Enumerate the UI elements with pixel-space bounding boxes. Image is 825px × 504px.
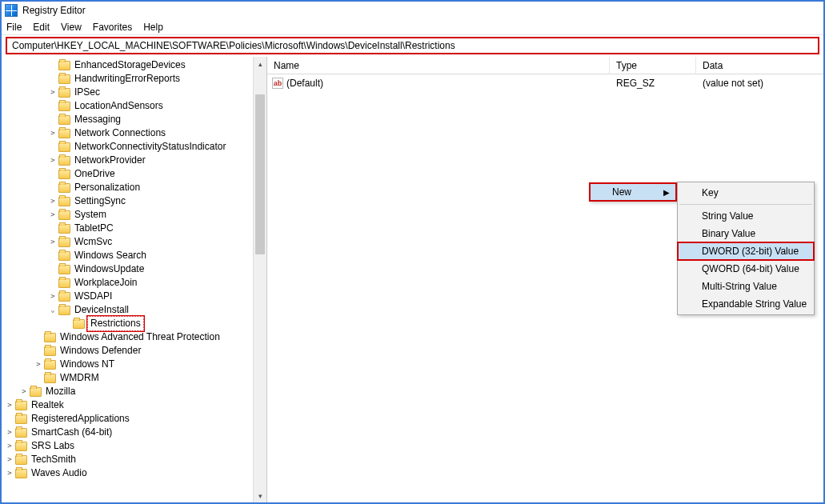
folder-icon (58, 61, 70, 70)
tree-item[interactable]: Windows Search (2, 249, 266, 262)
expand-icon[interactable]: > (5, 453, 14, 466)
tree-item-label: WindowsUpdate (73, 262, 146, 276)
tree-item[interactable]: Restrictions (2, 317, 266, 330)
tree-item[interactable]: >WcmSvc (2, 235, 266, 249)
tree-item[interactable]: NetworkConnectivityStatusIndicator (2, 140, 266, 154)
content: EnhancedStorageDevicesHandwritingErrorRe… (2, 57, 823, 502)
address-bar[interactable]: Computer\HKEY_LOCAL_MACHINE\SOFTWARE\Pol… (6, 38, 819, 54)
tree-item[interactable]: >Mozilla (2, 385, 266, 398)
expand-icon[interactable]: > (48, 86, 58, 99)
tree-item[interactable]: Windows Defender (2, 344, 266, 358)
folder-icon (58, 238, 70, 247)
col-name[interactable]: Name (267, 57, 610, 74)
expand-icon[interactable]: > (5, 439, 14, 453)
list-pane[interactable]: Name Type Data ab (Default) REG_SZ (valu… (267, 57, 823, 502)
list-rows: ab (Default) REG_SZ (value not set) (267, 74, 823, 90)
tree-item[interactable]: >TechSmith (2, 453, 266, 466)
col-data[interactable]: Data (696, 57, 823, 74)
tree-item[interactable]: EnhancedStorageDevices (2, 58, 266, 72)
ctx-dword[interactable]: DWORD (32-bit) Value (678, 242, 814, 260)
menu-edit[interactable]: Edit (33, 22, 50, 33)
ctx-qword[interactable]: QWORD (64-bit) Value (678, 260, 814, 278)
folder-icon (15, 442, 27, 451)
tree-item[interactable]: >Realtek (2, 398, 266, 412)
folder-icon (15, 414, 27, 424)
tree-item[interactable]: ⌄DeviceInstall (2, 303, 266, 317)
ctx-key[interactable]: Key (678, 184, 814, 202)
context-submenu[interactable]: Key String Value Binary Value DWORD (32-… (677, 182, 815, 315)
menu-view[interactable]: View (61, 22, 82, 33)
tree-item-label: Realtek (30, 398, 66, 412)
ctx-multi[interactable]: Multi-String Value (678, 278, 814, 295)
tree-item[interactable]: WMDRM (2, 371, 266, 385)
tree-item[interactable]: TabletPC (2, 222, 266, 235)
expand-icon[interactable]: > (19, 385, 29, 398)
context-menu[interactable]: New ▶ (589, 182, 677, 202)
tree-item[interactable]: Windows Advanced Threat Protection (2, 330, 266, 344)
folder-icon (15, 469, 27, 478)
expand-icon[interactable]: > (48, 235, 58, 249)
value-type: REG_SZ (610, 78, 696, 89)
folder-icon (58, 197, 70, 206)
tree-item[interactable]: LocationAndSensors (2, 99, 266, 113)
title-bar: Registry Editor (2, 2, 823, 19)
tree-item[interactable]: >Network Connections (2, 126, 266, 140)
tree-item[interactable]: >SmartCash (64-bit) (2, 426, 266, 439)
tree-item[interactable]: >SRS Labs (2, 439, 266, 453)
scroll-track[interactable] (254, 70, 266, 489)
folder-icon (58, 115, 70, 125)
tree-item-label: TechSmith (30, 453, 78, 466)
tree-item-label: WcmSvc (73, 235, 114, 249)
ctx-new[interactable]: New ▶ (590, 183, 676, 201)
tree-item-label: OneDrive (73, 167, 117, 181)
scroll-up-icon[interactable]: ▴ (254, 57, 266, 70)
menu-favorites[interactable]: Favorites (93, 22, 132, 33)
window-title: Registry Editor (22, 5, 86, 16)
tree-item[interactable]: >WSDAPI (2, 290, 266, 303)
tree-item[interactable]: >Windows NT (2, 358, 266, 371)
tree-item[interactable]: RegisteredApplications (2, 412, 266, 426)
folder-icon (44, 374, 56, 383)
folder-icon (58, 170, 70, 179)
tree-item[interactable]: >IPSec (2, 86, 266, 99)
expand-icon[interactable]: > (48, 194, 58, 208)
col-type[interactable]: Type (610, 57, 696, 74)
tree-item[interactable]: >NetworkProvider (2, 154, 266, 167)
ctx-binary[interactable]: Binary Value (678, 225, 814, 242)
tree-item[interactable]: WorkplaceJoin (2, 276, 266, 290)
expand-icon[interactable]: > (5, 466, 14, 480)
tree-item[interactable]: >Waves Audio (2, 466, 266, 480)
tree-item[interactable]: Personalization (2, 181, 266, 194)
tree-item[interactable]: Messaging (2, 113, 266, 126)
tree-item-label: WorkplaceJoin (73, 276, 138, 290)
folder-icon (73, 319, 85, 329)
folder-icon (58, 292, 70, 302)
scroll-down-icon[interactable]: ▾ (254, 489, 266, 502)
expand-icon[interactable]: > (5, 398, 14, 412)
expand-icon[interactable]: > (48, 290, 58, 303)
tree-item-label: EnhancedStorageDevices (73, 58, 187, 72)
expand-icon[interactable]: > (34, 358, 43, 371)
scroll-thumb[interactable] (255, 94, 265, 254)
expand-icon[interactable]: > (5, 426, 14, 439)
expand-icon[interactable]: ⌄ (48, 303, 58, 317)
tree-item[interactable]: HandwritingErrorReports (2, 72, 266, 86)
value-data: (value not set) (696, 78, 823, 89)
tree-pane[interactable]: EnhancedStorageDevicesHandwritingErrorRe… (2, 57, 267, 502)
menu-help[interactable]: Help (143, 22, 163, 33)
tree-item-label: RegisteredApplications (30, 412, 131, 426)
list-row[interactable]: ab (Default) REG_SZ (value not set) (267, 76, 823, 90)
tree-item[interactable]: >System (2, 208, 266, 222)
folder-icon (58, 74, 70, 84)
ctx-expand[interactable]: Expandable String Value (678, 295, 814, 313)
expand-icon[interactable]: > (48, 126, 58, 140)
tree-item[interactable]: WindowsUpdate (2, 262, 266, 276)
folder-icon (58, 210, 70, 220)
tree-item[interactable]: >SettingSync (2, 194, 266, 208)
ctx-string[interactable]: String Value (678, 207, 814, 225)
expand-icon[interactable]: > (48, 154, 58, 167)
menu-file[interactable]: File (6, 22, 22, 33)
tree-item[interactable]: OneDrive (2, 167, 266, 181)
expand-icon[interactable]: > (48, 208, 58, 222)
tree-scrollbar[interactable]: ▴ ▾ (253, 57, 266, 502)
